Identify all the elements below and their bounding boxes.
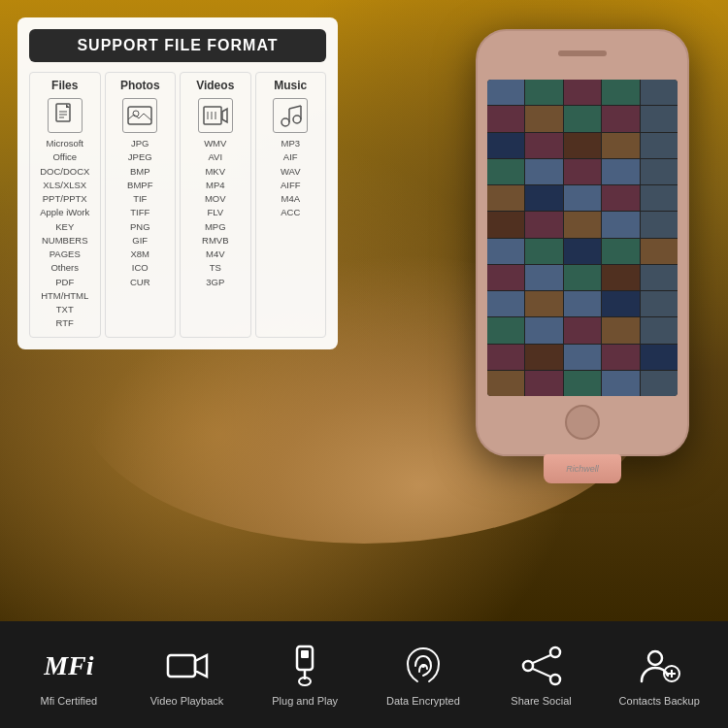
feature-contacts: Contacts Backup bbox=[600, 643, 718, 707]
photo-icon bbox=[122, 98, 157, 133]
format-columns: Files Microsoft OfficeDOC/DOCXXLS/XLSXPP… bbox=[29, 72, 326, 338]
plug-label: Plug and Play bbox=[272, 695, 338, 707]
phone-device: Richwell bbox=[476, 29, 689, 456]
svg-rect-4 bbox=[128, 107, 151, 124]
videos-title: Videos bbox=[184, 79, 247, 92]
fingerprint-icon bbox=[400, 643, 447, 689]
svg-point-22 bbox=[421, 664, 425, 668]
svg-rect-19 bbox=[301, 650, 309, 658]
photos-items: JPGJPEGBMPBMPFTIFTIFFPNGGIFX8MICOCUR bbox=[110, 137, 172, 289]
background-photo: Richwell SUPPORT FILE FORMAT Files bbox=[0, 0, 728, 621]
svg-rect-6 bbox=[204, 107, 221, 124]
share-label: Share Social bbox=[511, 695, 571, 707]
svg-line-27 bbox=[533, 669, 550, 677]
svg-point-11 bbox=[281, 118, 289, 126]
svg-line-26 bbox=[533, 655, 550, 663]
usb-drive: Richwell bbox=[544, 454, 621, 483]
mfi-icon: MFi bbox=[46, 643, 92, 689]
contacts-label: Contacts Backup bbox=[619, 695, 700, 707]
feature-encrypt: Data Encrypted bbox=[364, 643, 482, 707]
music-title: Music bbox=[260, 79, 322, 92]
phone-screen bbox=[487, 80, 678, 396]
feature-share: Share Social bbox=[482, 643, 601, 707]
bottom-bar: MFi Mfi Certified Video Playback bbox=[0, 621, 728, 728]
svg-marker-7 bbox=[222, 109, 227, 122]
mfi-text-label: MFi bbox=[44, 650, 93, 681]
svg-point-23 bbox=[550, 647, 560, 657]
files-column: Files Microsoft OfficeDOC/DOCXXLS/XLSXPP… bbox=[29, 72, 101, 338]
format-panel: SUPPORT FILE FORMAT Files bbox=[17, 17, 338, 349]
feature-video: Video Playback bbox=[128, 643, 247, 707]
videos-items: WMVAVIMKVMP4MOVFLVMPGRMVBM4VTS3GP bbox=[184, 137, 247, 289]
music-icon bbox=[273, 98, 308, 133]
format-header-title: SUPPORT FILE FORMAT bbox=[29, 29, 326, 62]
files-title: Files bbox=[34, 79, 96, 92]
svg-rect-16 bbox=[168, 655, 195, 677]
svg-line-15 bbox=[289, 106, 301, 109]
svg-point-12 bbox=[293, 116, 301, 123]
main-container: Richwell SUPPORT FILE FORMAT Files bbox=[0, 0, 728, 728]
camera-icon bbox=[164, 643, 211, 689]
photos-title: Photos bbox=[110, 79, 172, 92]
share-icon bbox=[518, 643, 565, 689]
usb-icon bbox=[281, 643, 328, 689]
svg-point-24 bbox=[550, 675, 560, 684]
phone-speaker bbox=[558, 50, 607, 56]
videos-column: Videos WMVAVIMKVMP4MOVFLVMPGRMVBM4VTS3GP bbox=[180, 72, 251, 338]
contacts-icon bbox=[636, 643, 682, 689]
feature-plug: Plug and Play bbox=[246, 643, 364, 707]
photos-column: Photos JPGJPEGBMPBMPFTIFTIFFPNGGIFX8MICO… bbox=[105, 72, 177, 338]
music-items: MP3AIFWAVAIFFM4AACC bbox=[260, 137, 322, 220]
music-column: Music MP3AIFWAVAIFFM4AACC bbox=[255, 72, 327, 338]
feature-mfi: MFi Mfi Certified bbox=[10, 643, 128, 707]
file-icon bbox=[48, 98, 83, 133]
video-label: Video Playback bbox=[150, 695, 224, 707]
svg-point-25 bbox=[523, 661, 533, 671]
phone-container: Richwell bbox=[456, 29, 709, 456]
mfi-label: Mfi Certified bbox=[40, 695, 97, 707]
svg-point-28 bbox=[648, 651, 662, 665]
files-items: Microsoft OfficeDOC/DOCXXLS/XLSXPPT/PPTX… bbox=[34, 137, 96, 331]
video-icon bbox=[198, 98, 233, 133]
svg-marker-17 bbox=[195, 655, 207, 677]
phone-home-button bbox=[565, 405, 600, 440]
photo-grid bbox=[487, 80, 678, 396]
encrypt-label: Data Encrypted bbox=[386, 695, 460, 707]
